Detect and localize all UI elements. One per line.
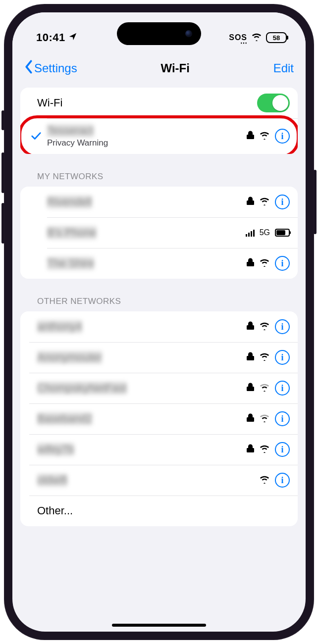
status-time: 10:41 <box>36 31 65 44</box>
wifi-toggle-label: Wi-Fi <box>37 97 257 109</box>
location-icon <box>68 31 77 44</box>
info-button[interactable]: i <box>275 256 290 271</box>
wifi-icon <box>259 475 270 486</box>
network-name: Baseband2 <box>37 412 92 425</box>
content-area: Wi-Fi Tesseract Privacy Warning <box>12 88 306 554</box>
lock-icon <box>247 383 254 394</box>
info-button[interactable]: i <box>275 350 290 365</box>
connected-network-subtitle: Privacy Warning <box>47 138 247 148</box>
lock-icon <box>247 413 254 425</box>
network-row[interactable]: The Shire i <box>20 248 298 279</box>
lock-icon <box>247 352 254 363</box>
connected-network-row[interactable]: Tesseract Privacy Warning i <box>20 118 298 154</box>
nav-bar: Settings Wi-Fi Edit <box>12 52 306 88</box>
other-networks-group: anthony4 i Anonymouter i <box>20 311 298 526</box>
my-networks-header: MY NETWORKS <box>20 172 298 187</box>
network-row[interactable]: Rivendell i <box>20 187 298 217</box>
other-networks-header: OTHER NETWORKS <box>20 297 298 311</box>
power-button <box>314 170 317 234</box>
hotspot-battery-icon <box>275 229 290 237</box>
device-frame: 10:41 SOS 58 Settings Wi-Fi Edi <box>4 4 314 640</box>
other-label: Other... <box>37 504 290 517</box>
wifi-toggle-row: Wi-Fi <box>20 88 298 118</box>
network-row[interactable]: Baseband2 i <box>20 403 298 434</box>
network-name: Rivendell <box>47 196 92 208</box>
sos-indicator: SOS <box>229 33 247 42</box>
cellular-bars-icon <box>246 229 255 237</box>
volume-down-button <box>1 203 4 244</box>
dynamic-island <box>117 22 201 45</box>
network-name: wifey7b <box>37 443 74 456</box>
lock-icon <box>247 321 254 333</box>
info-button[interactable]: i <box>275 129 290 144</box>
battery-indicator: 58 <box>266 32 287 43</box>
lock-icon <box>247 444 254 455</box>
connected-network-name: Tesseract <box>47 124 94 137</box>
wifi-icon <box>259 258 270 269</box>
wifi-status-icon <box>251 32 262 43</box>
back-button[interactable]: Settings <box>24 60 77 77</box>
network-row[interactable]: oldwifi i <box>20 465 298 495</box>
wifi-icon <box>259 197 270 207</box>
wifi-icon <box>259 383 270 394</box>
chevron-left-icon <box>24 60 33 77</box>
screen: 10:41 SOS 58 Settings Wi-Fi Edi <box>12 12 306 632</box>
page-title: Wi-Fi <box>160 61 189 75</box>
info-button[interactable]: i <box>275 442 290 457</box>
info-button[interactable]: i <box>275 381 290 396</box>
network-name: anthony4 <box>37 320 82 333</box>
lock-icon <box>247 258 254 269</box>
cellular-tech-label: 5G <box>260 228 270 237</box>
network-name: Anonymouter <box>37 351 102 364</box>
mute-switch <box>1 110 4 130</box>
lock-icon <box>247 197 254 208</box>
lock-icon <box>247 131 254 142</box>
wifi-main-group: Wi-Fi Tesseract Privacy Warning <box>20 88 298 154</box>
back-label: Settings <box>34 61 77 75</box>
wifi-toggle[interactable] <box>257 94 290 112</box>
volume-up-button <box>1 152 4 193</box>
home-indicator[interactable] <box>112 624 206 627</box>
network-row[interactable]: Anonymouter i <box>20 342 298 373</box>
other-network-row[interactable]: Other... <box>20 495 298 526</box>
wifi-icon <box>259 321 270 332</box>
network-row[interactable]: wifey7b i <box>20 434 298 465</box>
network-name: ChompskyNetFast <box>37 382 127 395</box>
wifi-icon <box>259 131 270 142</box>
network-row[interactable]: anthony4 i <box>20 311 298 342</box>
my-networks-group: Rivendell i B's Phone 5G <box>20 187 298 279</box>
wifi-icon <box>259 444 270 455</box>
info-button[interactable]: i <box>275 473 290 488</box>
info-button[interactable]: i <box>275 411 290 426</box>
wifi-icon <box>259 413 270 424</box>
network-row[interactable]: ChompskyNetFast i <box>20 373 298 403</box>
check-icon <box>27 132 45 141</box>
wifi-icon <box>259 352 270 363</box>
network-name: oldwifi <box>37 474 67 487</box>
edit-button[interactable]: Edit <box>273 61 294 75</box>
info-button[interactable]: i <box>275 195 290 209</box>
network-name: The Shire <box>47 257 94 270</box>
network-name: B's Phone <box>47 226 97 239</box>
network-row[interactable]: B's Phone 5G <box>20 217 298 248</box>
info-button[interactable]: i <box>275 319 290 334</box>
